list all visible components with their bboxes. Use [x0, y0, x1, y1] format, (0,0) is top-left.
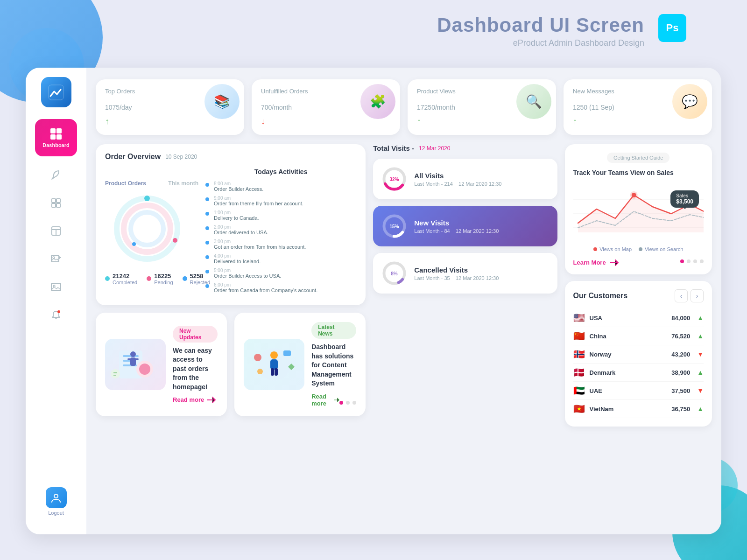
total-visits-date: 12 Mar 2020 [419, 145, 450, 152]
dot-1 [339, 401, 343, 405]
cancelled-visits-card: 8% Cancelled Visits Last Month - 35 12 M… [373, 253, 557, 294]
customers-header: Our Customers ‹ › [573, 289, 704, 302]
sales-tooltip: Sales $3,500 [670, 190, 699, 208]
latest-read-more[interactable]: Read more [311, 393, 339, 407]
order-overview-content: Product Orders This month [105, 168, 356, 297]
customer-flag: 🇺🇸 [573, 312, 585, 323]
customer-trend: ▲ [697, 405, 704, 413]
activity-text: Delivered to Iceland. [214, 259, 261, 264]
activity-text-group: 5:00 pm Order Builder Access to USA. [214, 268, 281, 279]
activity-time: 6:00 pm [214, 282, 317, 287]
svg-point-26 [144, 196, 150, 201]
activity-time: 8:00 am [214, 181, 263, 186]
sidebar-dashboard-button[interactable]: Dashboard [35, 119, 77, 156]
activity-time: 3:00 pm [214, 239, 306, 244]
cancelled-visits-donut: 8% [381, 260, 407, 286]
customer-row: 🇦🇪 UAE 37,500 ▼ [573, 382, 704, 400]
sidebar-logout[interactable]: Logout [46, 487, 67, 516]
customer-trend: ▲ [697, 369, 704, 376]
svg-point-18 [57, 310, 60, 313]
activity-item: 8:00 am Order Builder Access. [205, 181, 356, 192]
unfulfilled-trend: ↓ [261, 117, 391, 126]
svg-point-38 [130, 351, 136, 357]
page-header: Dashboard UI Screen eProduct Admin Dashb… [437, 14, 644, 48]
total-visits-header-row: Total Visits - 12 Mar 2020 [373, 144, 557, 152]
latest-text: Dashboard has solutions for Content Mana… [311, 343, 356, 388]
customer-name: UAE [590, 387, 667, 394]
page-subtitle: eProduct Admin Dashboard Design [437, 38, 644, 48]
svg-rect-7 [52, 203, 56, 207]
svg-rect-3 [50, 134, 56, 140]
activity-item: 1:00 pm Delivery to Canada. [205, 210, 356, 221]
product-views-icon: 🔍 [526, 94, 542, 109]
sales-dot-4 [700, 259, 704, 263]
news-card-updates: New Updates We can easy access to past o… [96, 313, 227, 416]
customers-prev-button[interactable]: ‹ [675, 289, 688, 302]
customer-name: Norway [590, 351, 667, 358]
donut-chart-area: Product Orders This month [105, 168, 198, 297]
activity-text: Order from theme Illy from her account. [214, 201, 303, 206]
svg-point-34 [139, 364, 150, 375]
new-visits-card: 15% New Visits Last Month - 84 12 Mar 20… [373, 206, 557, 246]
sidebar-item-leaf[interactable] [49, 168, 63, 182]
donut-legend: 21242 Completed 16225 Pending [105, 273, 198, 285]
svg-rect-8 [56, 203, 60, 207]
svg-rect-5 [52, 199, 56, 203]
order-overview-header: Order Overview 10 Sep 2020 [105, 153, 356, 161]
latest-dots [339, 401, 356, 405]
customer-value: 36,750 [671, 406, 690, 413]
guide-label: Getting Started Guide [607, 153, 669, 163]
activity-text-group: 9:00 am Order from theme Illy from her a… [214, 196, 303, 206]
svg-rect-47 [283, 350, 291, 356]
sidebar-item-image[interactable] [49, 280, 63, 294]
customer-flag: 🇳🇴 [573, 349, 585, 360]
unfulfilled-icon: 🧩 [370, 94, 386, 109]
stat-card-top-orders: 📚 Top Orders 1075/day ↑ [96, 79, 244, 135]
customer-value: 84,000 [671, 315, 690, 322]
activity-text: Order Builder Access. [214, 186, 263, 192]
new-visits-donut: 15% [381, 213, 407, 239]
all-visits-card: 32% All Visits Last Month - 214 12 Mar 2… [373, 159, 557, 199]
svg-rect-36 [113, 372, 117, 373]
activity-text-group: 6:00 pm Order from Canada from Company's… [214, 282, 317, 293]
order-overview-card: Order Overview 10 Sep 2020 Product Order… [96, 144, 366, 305]
sidebar-logout-label: Logout [48, 510, 64, 516]
svg-point-35 [111, 369, 120, 378]
top-orders-icon: 📚 [214, 94, 230, 109]
activity-time: 4:00 pm [214, 253, 261, 259]
svg-text:8%: 8% [391, 271, 398, 276]
svg-point-24 [131, 212, 163, 245]
svg-point-27 [173, 238, 177, 243]
sidebar-item-bell[interactable] [49, 308, 63, 322]
logout-icon [46, 487, 67, 508]
sidebar: Dashboard [26, 68, 86, 534]
svg-rect-16 [51, 283, 61, 291]
all-visits-donut: 32% [381, 166, 407, 192]
all-visits-meta: Last Month - 214 12 Mar 2020 12:30 [414, 181, 549, 187]
legend-map: Views on Map [593, 246, 632, 252]
sidebar-dashboard-label: Dashboard [42, 142, 69, 148]
activities-title: Todays Activities [205, 168, 356, 175]
customer-trend: ▲ [697, 332, 704, 340]
activity-dot [205, 255, 209, 259]
customer-flag: 🇨🇳 [573, 330, 585, 342]
sidebar-item-layers[interactable] [49, 196, 63, 210]
customer-trend: ▲ [697, 314, 704, 322]
sidebar-item-layout[interactable] [49, 224, 63, 238]
activity-text-group: 8:00 am Order Builder Access. [214, 181, 263, 192]
updates-read-more[interactable]: Read more [173, 396, 218, 403]
learn-more-button[interactable]: Learn More [573, 259, 619, 266]
activity-time: 5:00 pm [214, 268, 281, 273]
customers-next-button[interactable]: › [691, 289, 704, 302]
stat-card-product-views: 🔍 Product Views 17250/month ↑ [408, 79, 556, 135]
sidebar-nav [49, 168, 63, 487]
customer-row: 🇳🇴 Norway 43,200 ▼ [573, 345, 704, 364]
customer-trend: ▼ [697, 350, 704, 358]
top-orders-trend: ↑ [105, 117, 235, 126]
product-views-trend: ↑ [417, 117, 547, 126]
svg-rect-12 [51, 255, 59, 262]
sidebar-item-add-image[interactable] [49, 252, 63, 266]
latest-badge: Latest News [311, 322, 356, 339]
messages-icon-bg: 💬 [672, 84, 707, 119]
activity-text-group: 3:00 pm Got an order from Tom from his a… [214, 239, 306, 250]
